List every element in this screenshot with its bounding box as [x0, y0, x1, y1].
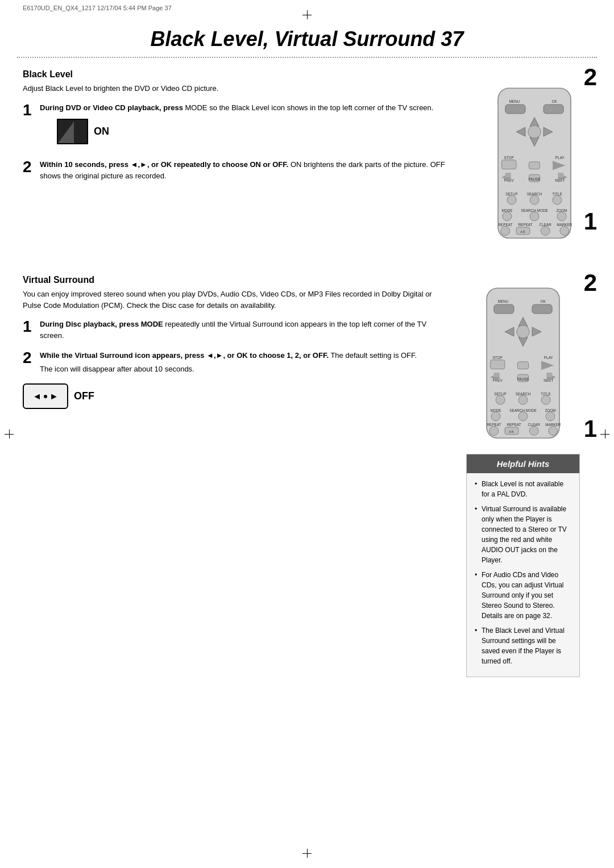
- svg-point-33: [530, 212, 539, 221]
- off-label: OFF: [74, 390, 94, 402]
- number-badge-2-bottom: 2: [584, 269, 597, 297]
- svg-text:REPEAT: REPEAT: [507, 423, 521, 427]
- vs-right-area: 2 MENU OK STOP PLAY: [455, 275, 591, 677]
- svg-rect-3: [505, 105, 525, 114]
- svg-text:PAUSE: PAUSE: [528, 177, 540, 181]
- svg-point-83: [489, 426, 499, 435]
- hint-3: For Audio CDs and Video CDs, you can adj…: [475, 570, 571, 621]
- svg-text:OK: OK: [541, 299, 546, 303]
- remote-control-top: MENU OK STOP PLAY: [489, 86, 580, 241]
- vs-arrow-right-icon: ►: [49, 391, 59, 402]
- svg-point-28: [553, 195, 562, 205]
- svg-rect-48: [532, 304, 552, 314]
- svg-point-9: [528, 126, 541, 138]
- virtual-surround-left: Virtual Surround You can enjoy improved …: [23, 275, 449, 677]
- svg-point-76: [491, 412, 500, 421]
- header-meta: E6170UD_EN_QX4_1217 12/17/04 5:44 PM Pag…: [23, 5, 172, 11]
- vs-icon-container: ◄ ► OFF: [23, 383, 449, 409]
- svg-text:REPEAT: REPEAT: [518, 223, 532, 227]
- remote-control-bottom: MENU OK STOP PLAY PREV NEXT: [478, 286, 569, 441]
- black-level-intro: Adjust Black Level to brighten the DVD o…: [23, 83, 449, 94]
- vs-icon: ◄ ►: [23, 383, 68, 409]
- svg-point-27: [530, 195, 539, 205]
- number-badge-1-bottom: 1: [584, 415, 597, 443]
- black-level-section: Black Level Adjust Black Level to bright…: [0, 58, 614, 241]
- vs-dot-icon: [44, 395, 47, 398]
- svg-text:STOP: STOP: [504, 156, 514, 160]
- vs-step2-bold: While the Virtual Surround icon appears,…: [40, 351, 329, 360]
- page-title: Black Level, Virtual Surround 37: [40, 27, 574, 51]
- step2-number: 2: [23, 159, 34, 181]
- vs-step2-extra: The icon will disappear after about 10 s…: [40, 364, 449, 375]
- helpful-hints-header: Helpful Hints: [467, 454, 579, 473]
- svg-point-86: [529, 426, 538, 435]
- svg-rect-14: [529, 162, 540, 169]
- step1-text: MODE so the Black Level icon shows in th…: [185, 103, 434, 112]
- svg-rect-58: [517, 362, 528, 369]
- black-level-step2: 2 Within 10 seconds, press ◄,►, or OK re…: [23, 159, 449, 181]
- svg-point-78: [546, 412, 555, 421]
- virtual-surround-heading: Virtual Surround: [23, 275, 449, 285]
- vs-step2-number: 2: [23, 350, 34, 374]
- reg-mark-right: [600, 429, 609, 439]
- number-badge-1-top: 1: [584, 208, 597, 235]
- vs-step1: 1 During Disc playback, press MODE repea…: [23, 319, 449, 341]
- helpful-hints-body: Black Level is not available for a PAL D…: [467, 473, 579, 677]
- svg-point-53: [517, 326, 529, 338]
- black-level-icon-container: ON: [57, 119, 449, 144]
- svg-text:PLAY: PLAY: [555, 156, 565, 160]
- black-level-remote-area: 2 MENU OK: [455, 69, 591, 241]
- helpful-hints-box: Helpful Hints Black Level is not availab…: [466, 454, 580, 677]
- vs-step2: 2 While the Virtual Surround icon appear…: [23, 350, 449, 374]
- number-badge-2: 2: [584, 64, 597, 91]
- svg-point-70: [496, 395, 505, 404]
- svg-point-71: [518, 395, 528, 404]
- step1-bold: During DVD or Video CD playback, press: [40, 103, 183, 112]
- vs-step1-bold: During Disc playback, press MODE: [40, 320, 163, 328]
- black-level-step1: 1 During DVD or Video CD playback, press…: [23, 102, 449, 151]
- vs-step1-content: During Disc playback, press MODE repeate…: [40, 319, 449, 341]
- reg-mark-bottom: [302, 849, 312, 858]
- spacer: [0, 241, 614, 264]
- step1-content: During DVD or Video CD playback, press M…: [40, 102, 449, 151]
- page-wrapper: E6170UD_EN_QX4_1217 12/17/04 5:44 PM Pag…: [0, 0, 614, 868]
- step1-number: 1: [23, 102, 34, 151]
- reg-mark-left: [5, 429, 14, 439]
- hint-4: The Black Level and Virtual Surround set…: [475, 625, 571, 666]
- hint-2: Virtual Surround is available only when …: [475, 504, 571, 565]
- svg-text:OK: OK: [552, 99, 558, 103]
- svg-point-32: [503, 212, 512, 221]
- svg-text:PLAY: PLAY: [544, 356, 554, 360]
- black-level-heading: Black Level: [23, 69, 449, 80]
- svg-point-77: [518, 412, 528, 421]
- svg-rect-12: [501, 160, 516, 169]
- black-level-icon: [57, 119, 88, 144]
- page-title-area: Black Level, Virtual Surround 37: [17, 16, 597, 58]
- hint-1: Black Level is not available for a PAL D…: [475, 479, 571, 499]
- svg-rect-56: [490, 360, 505, 369]
- step2-content: Within 10 seconds, press ◄,►, or OK repe…: [40, 159, 449, 181]
- vs-step2-content: While the Virtual Surround icon appears,…: [40, 350, 449, 374]
- svg-point-87: [549, 426, 558, 435]
- svg-text:A-B: A-B: [520, 231, 525, 233]
- svg-rect-47: [494, 304, 514, 314]
- svg-text:MENU: MENU: [509, 99, 520, 103]
- svg-text:MENU: MENU: [497, 299, 508, 303]
- svg-text:PAUSE: PAUSE: [517, 377, 529, 381]
- svg-point-42: [541, 226, 550, 235]
- svg-point-34: [557, 212, 566, 221]
- step2-bold: Within 10 seconds, press ◄,►, or OK repe…: [40, 160, 288, 169]
- svg-point-39: [501, 226, 510, 235]
- virtual-surround-intro: You can enjoy improved stereo sound when…: [23, 289, 449, 311]
- on-label: ON: [94, 124, 109, 139]
- black-level-icon-inner: [58, 122, 74, 143]
- vs-step2-text: The default setting is OFF.: [330, 351, 417, 360]
- svg-point-43: [560, 226, 569, 235]
- svg-point-72: [541, 395, 550, 404]
- svg-text:STOP: STOP: [493, 356, 503, 360]
- helpful-hints-list: Black Level is not available for a PAL D…: [475, 479, 571, 666]
- svg-text:A-B: A-B: [509, 431, 513, 433]
- vs-remote-wrapper: 2 MENU OK STOP PLAY: [478, 275, 591, 443]
- virtual-surround-section: Virtual Surround You can enjoy improved …: [0, 264, 614, 688]
- svg-point-26: [507, 195, 516, 205]
